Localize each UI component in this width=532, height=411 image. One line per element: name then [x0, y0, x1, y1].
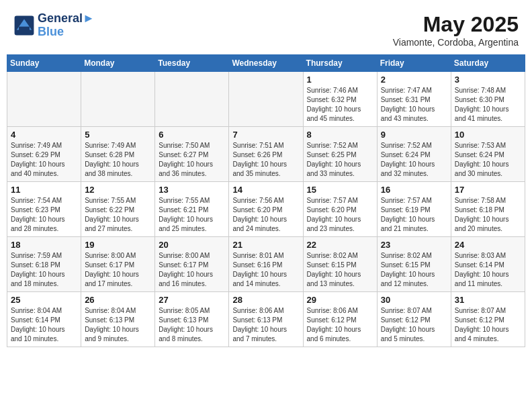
day-number: 20	[159, 240, 225, 250]
table-cell: 2Sunrise: 7:47 AM Sunset: 6:31 PM Daylig…	[377, 72, 451, 127]
day-info: Sunrise: 7:48 AM Sunset: 6:30 PM Dayligh…	[455, 86, 521, 124]
day-info: Sunrise: 8:05 AM Sunset: 6:13 PM Dayligh…	[159, 306, 225, 344]
day-number: 10	[455, 130, 521, 140]
title-block: May 2025 Viamonte, Cordoba, Argentina	[393, 12, 519, 48]
day-info: Sunrise: 7:50 AM Sunset: 6:27 PM Dayligh…	[159, 141, 225, 179]
week-row-5: 25Sunrise: 8:04 AM Sunset: 6:14 PM Dayli…	[7, 292, 525, 347]
day-info: Sunrise: 8:04 AM Sunset: 6:14 PM Dayligh…	[11, 306, 77, 344]
week-row-1: 1Sunrise: 7:46 AM Sunset: 6:32 PM Daylig…	[7, 72, 525, 127]
page-header: General► Blue May 2025 Viamonte, Cordoba…	[7, 7, 525, 50]
table-cell: 24Sunrise: 8:03 AM Sunset: 6:14 PM Dayli…	[451, 237, 525, 292]
location: Viamonte, Cordoba, Argentina	[393, 37, 519, 48]
day-number: 13	[159, 185, 225, 195]
table-cell: 10Sunrise: 7:53 AM Sunset: 6:24 PM Dayli…	[451, 127, 525, 182]
table-cell: 29Sunrise: 8:06 AM Sunset: 6:12 PM Dayli…	[303, 292, 377, 347]
table-cell: 31Sunrise: 8:07 AM Sunset: 6:12 PM Dayli…	[451, 292, 525, 347]
logo-icon	[13, 15, 35, 36]
table-cell: 1Sunrise: 7:46 AM Sunset: 6:32 PM Daylig…	[303, 72, 377, 127]
day-info: Sunrise: 8:00 AM Sunset: 6:17 PM Dayligh…	[159, 251, 225, 289]
table-cell: 27Sunrise: 8:05 AM Sunset: 6:13 PM Dayli…	[155, 292, 229, 347]
day-number: 5	[85, 130, 151, 140]
day-info: Sunrise: 7:55 AM Sunset: 6:22 PM Dayligh…	[85, 196, 151, 234]
day-info: Sunrise: 7:47 AM Sunset: 6:31 PM Dayligh…	[381, 86, 447, 124]
table-cell: 21Sunrise: 8:01 AM Sunset: 6:16 PM Dayli…	[229, 237, 303, 292]
table-cell: 23Sunrise: 8:02 AM Sunset: 6:15 PM Dayli…	[377, 237, 451, 292]
table-cell: 17Sunrise: 7:58 AM Sunset: 6:18 PM Dayli…	[451, 182, 525, 237]
day-number: 26	[85, 295, 151, 305]
day-number: 19	[85, 240, 151, 250]
day-number: 9	[381, 130, 447, 140]
table-cell	[81, 72, 155, 127]
day-info: Sunrise: 7:55 AM Sunset: 6:21 PM Dayligh…	[159, 196, 225, 234]
day-number: 6	[159, 130, 225, 140]
table-cell: 14Sunrise: 7:56 AM Sunset: 6:20 PM Dayli…	[229, 182, 303, 237]
day-info: Sunrise: 8:02 AM Sunset: 6:15 PM Dayligh…	[307, 251, 373, 289]
day-number: 16	[381, 185, 447, 195]
day-info: Sunrise: 8:03 AM Sunset: 6:14 PM Dayligh…	[455, 251, 521, 289]
day-number: 24	[455, 240, 521, 250]
day-info: Sunrise: 8:06 AM Sunset: 6:12 PM Dayligh…	[307, 306, 373, 344]
week-row-3: 11Sunrise: 7:54 AM Sunset: 6:23 PM Dayli…	[7, 182, 525, 237]
month-year: May 2025	[393, 12, 519, 37]
day-info: Sunrise: 8:01 AM Sunset: 6:16 PM Dayligh…	[232, 251, 299, 289]
table-cell	[229, 72, 303, 127]
header-saturday: Saturday	[451, 55, 525, 72]
table-cell: 9Sunrise: 7:52 AM Sunset: 6:24 PM Daylig…	[377, 127, 451, 182]
day-info: Sunrise: 7:56 AM Sunset: 6:20 PM Dayligh…	[232, 196, 299, 234]
day-info: Sunrise: 7:51 AM Sunset: 6:26 PM Dayligh…	[232, 141, 299, 179]
day-number: 15	[307, 185, 373, 195]
calendar-table: Sunday Monday Tuesday Wednesday Thursday…	[7, 54, 525, 347]
day-number: 22	[307, 240, 373, 250]
day-info: Sunrise: 7:57 AM Sunset: 6:20 PM Dayligh…	[307, 196, 373, 234]
day-number: 30	[381, 295, 447, 305]
week-row-2: 4Sunrise: 7:49 AM Sunset: 6:29 PM Daylig…	[7, 127, 525, 182]
table-cell: 25Sunrise: 8:04 AM Sunset: 6:14 PM Dayli…	[7, 292, 81, 347]
week-row-4: 18Sunrise: 7:59 AM Sunset: 6:18 PM Dayli…	[7, 237, 525, 292]
table-cell: 8Sunrise: 7:52 AM Sunset: 6:25 PM Daylig…	[303, 127, 377, 182]
day-number: 3	[455, 75, 521, 85]
day-number: 1	[307, 75, 373, 85]
table-cell	[155, 72, 229, 127]
header-sunday: Sunday	[7, 55, 81, 72]
table-cell: 26Sunrise: 8:04 AM Sunset: 6:13 PM Dayli…	[81, 292, 155, 347]
day-number: 7	[232, 130, 299, 140]
day-number: 25	[11, 295, 77, 305]
day-info: Sunrise: 8:07 AM Sunset: 6:12 PM Dayligh…	[381, 306, 447, 344]
table-cell	[7, 72, 81, 127]
day-number: 27	[159, 295, 225, 305]
day-info: Sunrise: 7:52 AM Sunset: 6:25 PM Dayligh…	[307, 141, 373, 179]
day-number: 29	[307, 295, 373, 305]
svg-rect-2	[19, 26, 30, 30]
header-wednesday: Wednesday	[229, 55, 303, 72]
day-info: Sunrise: 8:06 AM Sunset: 6:13 PM Dayligh…	[232, 306, 299, 344]
table-cell: 18Sunrise: 7:59 AM Sunset: 6:18 PM Dayli…	[7, 237, 81, 292]
table-cell: 15Sunrise: 7:57 AM Sunset: 6:20 PM Dayli…	[303, 182, 377, 237]
table-cell: 30Sunrise: 8:07 AM Sunset: 6:12 PM Dayli…	[377, 292, 451, 347]
day-info: Sunrise: 7:54 AM Sunset: 6:23 PM Dayligh…	[11, 196, 77, 234]
table-cell: 13Sunrise: 7:55 AM Sunset: 6:21 PM Dayli…	[155, 182, 229, 237]
table-cell: 20Sunrise: 8:00 AM Sunset: 6:17 PM Dayli…	[155, 237, 229, 292]
day-number: 31	[455, 295, 521, 305]
table-cell: 4Sunrise: 7:49 AM Sunset: 6:29 PM Daylig…	[7, 127, 81, 182]
day-number: 2	[381, 75, 447, 85]
header-monday: Monday	[81, 55, 155, 72]
table-cell: 19Sunrise: 8:00 AM Sunset: 6:17 PM Dayli…	[81, 237, 155, 292]
table-cell: 28Sunrise: 8:06 AM Sunset: 6:13 PM Dayli…	[229, 292, 303, 347]
day-info: Sunrise: 8:00 AM Sunset: 6:17 PM Dayligh…	[85, 251, 151, 289]
day-number: 8	[307, 130, 373, 140]
header-thursday: Thursday	[303, 55, 377, 72]
day-number: 11	[11, 185, 77, 195]
day-number: 14	[232, 185, 299, 195]
day-number: 4	[11, 130, 77, 140]
day-number: 12	[85, 185, 151, 195]
logo-text: General► Blue	[38, 12, 95, 39]
day-info: Sunrise: 7:49 AM Sunset: 6:29 PM Dayligh…	[11, 141, 77, 179]
day-number: 23	[381, 240, 447, 250]
day-info: Sunrise: 7:59 AM Sunset: 6:18 PM Dayligh…	[11, 251, 77, 289]
day-info: Sunrise: 7:57 AM Sunset: 6:19 PM Dayligh…	[381, 196, 447, 234]
day-info: Sunrise: 7:53 AM Sunset: 6:24 PM Dayligh…	[455, 141, 521, 179]
day-number: 18	[11, 240, 77, 250]
table-cell: 5Sunrise: 7:49 AM Sunset: 6:28 PM Daylig…	[81, 127, 155, 182]
day-info: Sunrise: 7:46 AM Sunset: 6:32 PM Dayligh…	[307, 86, 373, 124]
day-info: Sunrise: 7:49 AM Sunset: 6:28 PM Dayligh…	[85, 141, 151, 179]
